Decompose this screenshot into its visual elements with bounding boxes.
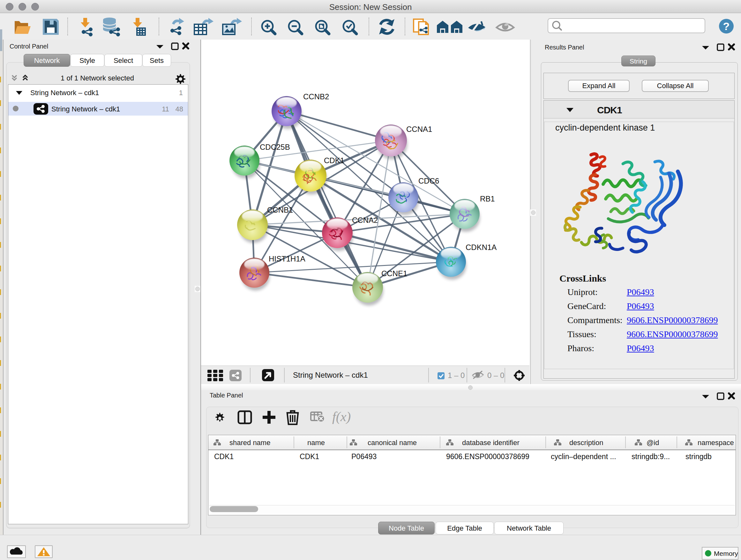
svg-text:HIST1H1A: HIST1H1A [269, 254, 306, 263]
svg-text:CDC6: CDC6 [418, 177, 439, 185]
svg-text:CDK1: CDK1 [324, 156, 344, 165]
svg-text:CCNE1: CCNE1 [381, 269, 407, 278]
svg-text:CCNB1: CCNB1 [267, 206, 293, 214]
svg-text:1 – 0: 1 – 0 [448, 371, 465, 380]
svg-text:shared name: shared name [229, 439, 270, 447]
svg-text:CCNB2: CCNB2 [303, 92, 329, 101]
svg-text:String Network – cdk1: String Network – cdk1 [293, 371, 368, 379]
svg-text:database identifier: database identifier [462, 439, 520, 447]
svg-text:CDC25B: CDC25B [260, 143, 290, 151]
svg-text:RB1: RB1 [480, 194, 495, 203]
svg-text:name: name [307, 439, 325, 447]
svg-text:@id: @id [647, 439, 659, 447]
svg-text:Memory: Memory [714, 550, 738, 557]
svg-text:description: description [569, 439, 603, 447]
svg-text:namespace: namespace [697, 439, 734, 447]
svg-text:CCNA1: CCNA1 [406, 125, 432, 133]
svg-text:0 – 0: 0 – 0 [487, 371, 504, 380]
svg-text:canonical name: canonical name [367, 439, 417, 447]
svg-text:CCNA2: CCNA2 [352, 216, 378, 225]
svg-text:?: ? [723, 20, 730, 32]
svg-text:CDKN1A: CDKN1A [466, 243, 496, 252]
svg-text:f(x): f(x) [332, 409, 351, 424]
